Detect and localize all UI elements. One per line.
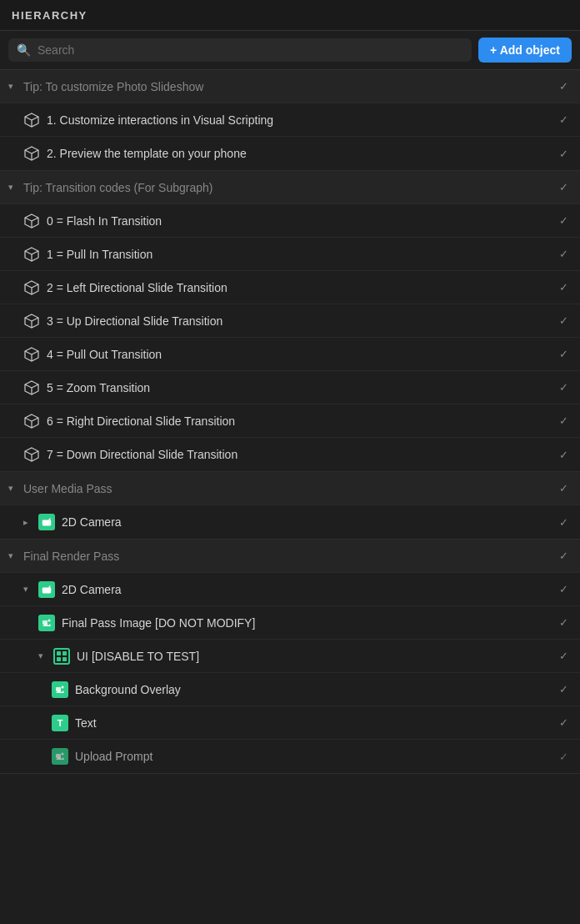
cube-icon bbox=[23, 246, 40, 263]
list-item[interactable]: UI [DISABLE TO TEST] ✓ bbox=[0, 640, 580, 673]
section-tip-transition: Tip: Transition codes (For Subgraph) ✓ 0… bbox=[0, 171, 580, 472]
list-item[interactable]: T Text ✓ bbox=[0, 706, 580, 740]
item-label: 6 = Right Directional Slide Transition bbox=[47, 414, 235, 428]
svg-marker-13 bbox=[48, 585, 51, 587]
section-user-media-pass: User Media Pass ✓ 2D Camera ✓ bbox=[0, 472, 580, 540]
list-item[interactable]: 3 = Up Directional Slide Transition ✓ bbox=[0, 304, 580, 338]
check-icon: ✓ bbox=[559, 650, 568, 662]
check-icon: ✓ bbox=[559, 482, 568, 495]
image-icon bbox=[52, 748, 68, 765]
search-input[interactable] bbox=[38, 43, 463, 57]
section-tip-transition-label: Tip: Transition codes (For Subgraph) bbox=[23, 181, 212, 194]
svg-point-29 bbox=[62, 753, 64, 756]
item-label: 2. Preview the template on your phone bbox=[47, 147, 247, 160]
cube-icon bbox=[23, 279, 40, 296]
image-icon bbox=[52, 681, 68, 698]
cube-icon bbox=[23, 213, 40, 229]
section-tip-photo-header[interactable]: Tip: To customize Photo Slideshow ✓ bbox=[0, 70, 580, 103]
panel-title: HIERARCHY bbox=[12, 9, 88, 22]
svg-marker-11 bbox=[48, 518, 51, 520]
check-icon: ✓ bbox=[559, 348, 568, 360]
section-tip-transition-header[interactable]: Tip: Transition codes (For Subgraph) ✓ bbox=[0, 171, 580, 204]
panel-header: HIERARCHY bbox=[0, 0, 580, 31]
item-label: 0 = Flash In Transition bbox=[47, 214, 162, 228]
check-icon: ✓ bbox=[559, 113, 568, 126]
chevron-down-icon bbox=[38, 650, 43, 661]
check-icon: ✓ bbox=[559, 248, 568, 260]
check-icon: ✓ bbox=[559, 314, 568, 327]
check-icon: ✓ bbox=[559, 751, 568, 763]
item-label: 2D Camera bbox=[62, 583, 122, 596]
svg-rect-20 bbox=[57, 657, 61, 661]
section-user-media-pass-header[interactable]: User Media Pass ✓ bbox=[0, 472, 580, 505]
svg-point-17 bbox=[48, 619, 51, 621]
chevron-right-icon bbox=[23, 517, 28, 528]
chevron-down-icon bbox=[23, 584, 28, 595]
camera-icon bbox=[38, 514, 55, 530]
section-tip-photo-label: Tip: To customize Photo Slideshow bbox=[23, 80, 203, 93]
hierarchy-tree: Tip: To customize Photo Slideshow ✓ 1. C… bbox=[0, 70, 580, 774]
cube-icon bbox=[23, 413, 40, 429]
item-label: Text bbox=[75, 716, 97, 730]
section-final-render-pass: Final Render Pass ✓ 2D Camera ✓ bbox=[0, 540, 580, 774]
check-icon: ✓ bbox=[559, 214, 568, 227]
section-final-render-pass-header[interactable]: Final Render Pass ✓ bbox=[0, 540, 580, 573]
item-label: 7 = Down Directional Slide Transition bbox=[47, 448, 238, 461]
camera-icon bbox=[38, 581, 55, 598]
cube-icon bbox=[23, 145, 40, 162]
svg-point-25 bbox=[62, 685, 64, 688]
section-user-media-pass-label: User Media Pass bbox=[23, 482, 112, 495]
check-icon: ✓ bbox=[559, 148, 568, 160]
svg-rect-12 bbox=[42, 587, 52, 593]
item-label: Final Pass Image [DO NOT MODIFY] bbox=[62, 616, 255, 630]
check-icon: ✓ bbox=[559, 281, 568, 294]
search-container[interactable]: 🔍 bbox=[8, 38, 472, 62]
list-item[interactable]: 2. Preview the template on your phone ✓ bbox=[0, 137, 580, 170]
list-item[interactable]: 4 = Pull Out Transition ✓ bbox=[0, 338, 580, 371]
list-item[interactable]: 0 = Flash In Transition ✓ bbox=[0, 204, 580, 238]
toolbar: 🔍 + Add object bbox=[0, 31, 580, 70]
cube-icon bbox=[23, 112, 40, 128]
item-label: UI [DISABLE TO TEST] bbox=[77, 650, 199, 663]
list-item[interactable]: Upload Prompt ✓ bbox=[0, 740, 580, 773]
list-item[interactable]: 1 = Pull In Transition ✓ bbox=[0, 238, 580, 271]
chevron-down-icon bbox=[8, 550, 13, 561]
check-icon: ✓ bbox=[559, 381, 568, 394]
check-icon: ✓ bbox=[559, 516, 568, 529]
list-item[interactable]: Background Overlay ✓ bbox=[0, 673, 580, 706]
list-item[interactable]: 6 = Right Directional Slide Transition ✓ bbox=[0, 404, 580, 438]
check-icon: ✓ bbox=[559, 583, 568, 595]
list-item[interactable]: Final Pass Image [DO NOT MODIFY] ✓ bbox=[0, 606, 580, 640]
list-item[interactable]: 2D Camera ✓ bbox=[0, 505, 580, 539]
item-label: 5 = Zoom Transition bbox=[47, 381, 150, 394]
chevron-down-icon bbox=[8, 182, 13, 193]
item-label: 4 = Pull Out Transition bbox=[47, 348, 162, 361]
cube-icon bbox=[23, 346, 40, 363]
check-icon: ✓ bbox=[559, 616, 568, 629]
check-icon: ✓ bbox=[559, 683, 568, 696]
cube-icon bbox=[23, 446, 40, 463]
cube-icon bbox=[23, 379, 40, 396]
cube-icon bbox=[23, 313, 40, 329]
svg-rect-10 bbox=[42, 520, 52, 525]
section-final-render-pass-label: Final Render Pass bbox=[23, 550, 119, 563]
svg-rect-18 bbox=[57, 651, 61, 655]
check-icon: ✓ bbox=[559, 449, 568, 461]
check-icon: ✓ bbox=[559, 414, 568, 427]
item-label: 2 = Left Directional Slide Transition bbox=[47, 281, 228, 294]
svg-rect-21 bbox=[62, 657, 67, 661]
list-item[interactable]: 7 = Down Directional Slide Transition ✓ bbox=[0, 438, 580, 471]
section-tip-photo: Tip: To customize Photo Slideshow ✓ 1. C… bbox=[0, 70, 580, 171]
svg-rect-19 bbox=[62, 651, 67, 655]
item-label: 2D Camera bbox=[62, 515, 122, 529]
image-icon bbox=[38, 615, 55, 631]
list-item[interactable]: 1. Customize interactions in Visual Scri… bbox=[0, 103, 580, 137]
item-label: 1. Customize interactions in Visual Scri… bbox=[47, 113, 273, 127]
list-item[interactable]: 2D Camera ✓ bbox=[0, 573, 580, 606]
add-object-button[interactable]: + Add object bbox=[478, 38, 572, 63]
search-icon: 🔍 bbox=[17, 43, 31, 57]
check-icon: ✓ bbox=[559, 80, 568, 93]
check-icon: ✓ bbox=[559, 550, 568, 562]
list-item[interactable]: 2 = Left Directional Slide Transition ✓ bbox=[0, 271, 580, 304]
list-item[interactable]: 5 = Zoom Transition ✓ bbox=[0, 371, 580, 404]
